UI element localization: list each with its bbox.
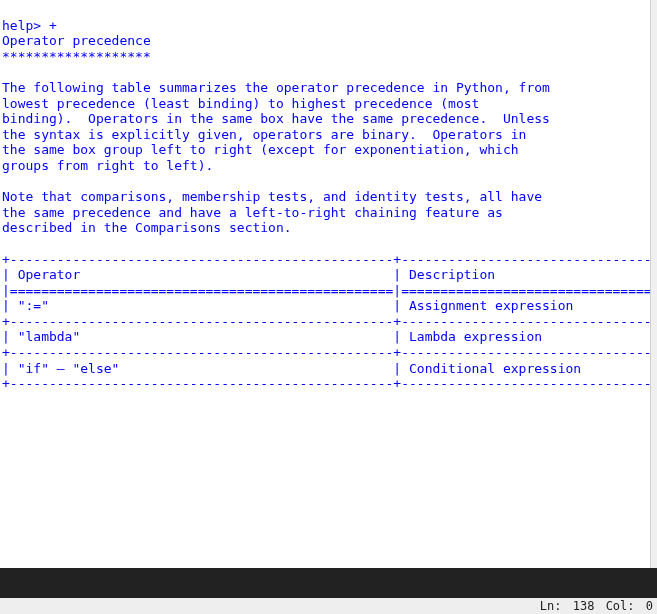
help-prompt: help> + — [2, 18, 57, 33]
topic-title: Operator precedence — [2, 33, 151, 48]
paragraph-2: Note that comparisons, membership tests,… — [2, 189, 542, 235]
table-row: | "lambda" | Lambda expression | — [2, 329, 657, 344]
vertical-scrollbar[interactable] — [650, 0, 657, 568]
table-border-rowsep-1: +---------------------------------------… — [2, 314, 657, 329]
col-value: 0 — [646, 599, 653, 613]
line-value: 138 — [573, 599, 595, 613]
table-border-rowsep-3: +---------------------------------------… — [2, 376, 657, 391]
footer-bar: Ln: 138 Col: 0 — [0, 598, 657, 614]
title-underline: ******************* — [2, 49, 151, 64]
col-label: Col: — [606, 599, 635, 613]
table-header-row: | Operator | Description | — [2, 267, 657, 282]
paragraph-1: The following table summarizes the opera… — [2, 80, 550, 173]
status-bar — [0, 568, 657, 598]
table-border-headersep: |=======================================… — [2, 283, 657, 298]
table-border-rowsep-2: +---------------------------------------… — [2, 345, 657, 360]
table-row: | ":=" | Assignment expression | — [2, 298, 657, 313]
table-row: | "if" – "else" | Conditional expression… — [2, 361, 657, 376]
line-label: Ln: — [540, 599, 562, 613]
help-output: help> + Operator precedence ************… — [0, 0, 657, 568]
table-border-top: +---------------------------------------… — [2, 252, 657, 267]
